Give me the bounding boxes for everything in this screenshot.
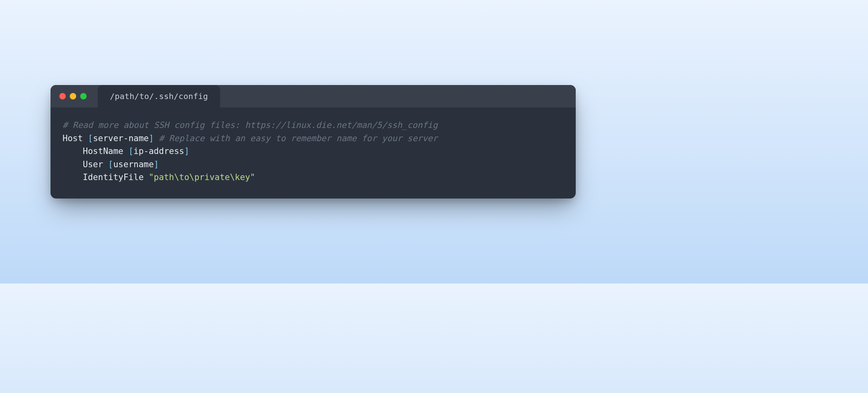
traffic-lights <box>59 93 87 99</box>
titlebar: /path/to/.ssh/config <box>51 85 576 107</box>
code-comment: # Replace with an easy to remember name … <box>154 134 438 143</box>
minimize-icon[interactable] <box>70 93 76 99</box>
code-keyword: User <box>63 160 108 169</box>
code-bracket: [ <box>128 146 134 156</box>
code-bracket: ] <box>154 160 159 169</box>
file-tab[interactable]: /path/to/.ssh/config <box>98 85 220 107</box>
code-content: # Read more about SSH config files: http… <box>51 107 576 199</box>
code-bracket: [ <box>88 134 93 143</box>
code-placeholder: username <box>113 160 154 169</box>
code-string: "path\to\private\key" <box>149 172 255 182</box>
code-keyword: IdentityFile <box>63 172 149 182</box>
code-comment: # Read more about SSH config files: http… <box>63 120 438 130</box>
code-bracket: [ <box>108 160 113 169</box>
code-placeholder: ip-address <box>134 146 184 156</box>
tab-title: /path/to/.ssh/config <box>110 91 208 101</box>
close-icon[interactable] <box>59 93 66 99</box>
code-keyword: Host <box>63 134 88 143</box>
code-bracket: ] <box>184 146 189 156</box>
code-keyword: HostName <box>63 146 128 156</box>
maximize-icon[interactable] <box>80 93 87 99</box>
code-placeholder: server-name <box>93 134 149 143</box>
editor-window: /path/to/.ssh/config # Read more about S… <box>51 85 576 199</box>
code-bracket: ] <box>149 134 154 143</box>
